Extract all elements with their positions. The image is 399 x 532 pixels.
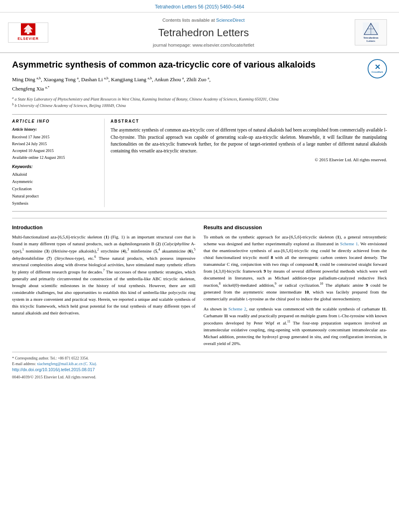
- email-label: E-mail address:: [12, 362, 36, 366]
- info-abstract-section: ARTICLE INFO Article history: Received 1…: [12, 114, 387, 211]
- body-columns: Introduction Multi-functionalized aza-[6…: [12, 224, 387, 347]
- crossmark-label: CrossMark: [372, 71, 383, 74]
- keyword-1: Alkaloid: [12, 172, 27, 177]
- introduction-text: Multi-functionalized aza-[6,5,6]-tricycl…: [12, 234, 195, 317]
- section-divider: [12, 218, 387, 218]
- results-paragraph2: As shown in Scheme 2, our synthesis was …: [204, 306, 387, 347]
- tl-logo-area: TetrahedronLetters: [355, 19, 391, 45]
- svg-rect-2: [27, 33, 29, 34]
- sciencedirect-link[interactable]: ScienceDirect: [216, 18, 245, 23]
- keyword-3: Cyclization: [12, 187, 31, 191]
- accepted-date: Accepted 10 August 2015: [12, 148, 54, 153]
- title-area: Asymmetric synthesis of common aza-tricy…: [12, 59, 387, 71]
- available-date: Available online 12 August 2015: [12, 155, 65, 160]
- history-label: Article history:: [12, 127, 98, 132]
- elsevier-icon: [21, 23, 35, 35]
- journal-header: ELSEVIER Contents lists available at Sci…: [0, 12, 399, 53]
- elsevier-tree-icon: [21, 24, 35, 35]
- abstract-header: ABSTRACT: [111, 119, 387, 124]
- results-paragraph1: To embark on the synthetic approach for …: [204, 234, 387, 302]
- journal-ref: Tetrahedron Letters 56 (2015) 5460–5464: [155, 4, 244, 10]
- article-info: ARTICLE INFO Article history: Received 1…: [12, 119, 105, 207]
- copyright-line: © 2015 Elsevier Ltd. All rights reserved…: [111, 157, 387, 163]
- footer-area: * Corresponding author. Tel.: +86 871 65…: [12, 352, 387, 380]
- top-bar: Tetrahedron Letters 56 (2015) 5460–5464: [0, 0, 399, 12]
- keywords-section: Keywords: Alkaloid Asymmetric Cyclizatio…: [12, 164, 98, 207]
- results-title: Results and discussion: [204, 224, 387, 231]
- journal-homepage: journal homepage: www.elsevier.com/locat…: [52, 42, 355, 48]
- affiliations: a a State Key Laboratory of Phytochemist…: [12, 96, 387, 109]
- revised-date: Revised 24 July 2015: [12, 142, 47, 146]
- journal-center-info: Contents lists available at ScienceDirec…: [52, 16, 355, 48]
- tl-logo: TetrahedronLetters: [355, 19, 387, 45]
- elsevier-logo: ELSEVIER: [8, 23, 48, 43]
- keyword-2: Asymmetric: [12, 179, 33, 184]
- tl-logo-text: TetrahedronLetters: [363, 36, 378, 43]
- keywords-list: Alkaloid Asymmetric Cyclization Natural …: [12, 171, 98, 207]
- introduction-title: Introduction: [12, 224, 195, 231]
- homepage-label: journal homepage: www.elsevier.com/locat…: [153, 43, 254, 47]
- doi-link[interactable]: http://dx.doi.org/10.1016/j.tetlet.2015.…: [12, 367, 387, 373]
- results-column: Results and discussion To embark on the …: [204, 224, 387, 347]
- affiliation-a: a State Key Laboratory of Phytochemistry…: [15, 97, 279, 101]
- abstract-text: The asymmetric synthesis of common aza-t…: [111, 127, 387, 154]
- email-address: xiachengfeng@mail.kib.ac.cn (C. Xia).: [37, 362, 97, 366]
- article-info-header: ARTICLE INFO: [12, 119, 98, 124]
- history-subsection: Article history: Received 17 June 2015 R…: [12, 127, 98, 161]
- main-content: Asymmetric synthesis of common aza-tricy…: [0, 53, 399, 388]
- email-note: E-mail address: xiachengfeng@mail.kib.ac…: [12, 361, 387, 367]
- elsevier-text: ELSEVIER: [18, 36, 39, 41]
- contents-text: Contents lists available at: [162, 18, 215, 23]
- keyword-4: Natural product: [12, 194, 39, 198]
- crossmark-icon: ✕: [374, 64, 380, 71]
- page: Tetrahedron Letters 56 (2015) 5460–5464 …: [0, 0, 399, 532]
- elsevier-logo-area: ELSEVIER: [8, 23, 52, 43]
- footer-copyright: 0040-4039/© 2015 Elsevier Ltd. All right…: [12, 374, 387, 380]
- article-title: Asymmetric synthesis of common aza-tricy…: [12, 59, 363, 71]
- introduction-column: Introduction Multi-functionalized aza-[6…: [12, 224, 195, 347]
- corresponding-label: * Corresponding author. Tel.: +86 871 65…: [12, 356, 88, 360]
- keywords-label: Keywords:: [12, 164, 98, 170]
- corresponding-author-note: * Corresponding author. Tel.: +86 871 65…: [12, 355, 387, 361]
- contents-label: Contents lists available at ScienceDirec…: [52, 16, 355, 24]
- authors-line: Ming Ding a,b, Xiaogang Tong a, Dashan L…: [12, 75, 387, 93]
- keyword-5: Synthesis: [12, 201, 28, 205]
- article-dates: Received 17 June 2015 Revised 24 July 20…: [12, 134, 98, 161]
- journal-title: Tetrahedron Letters: [52, 25, 355, 40]
- received-date: Received 17 June 2015: [12, 135, 49, 139]
- abstract-section: ABSTRACT The asymmetric synthesis of com…: [105, 119, 387, 207]
- affiliation-b: b University of Chinese Academy of Scien…: [15, 103, 126, 108]
- crossmark-badge[interactable]: ✕ CrossMark: [368, 59, 387, 78]
- tl-logo-shape: [363, 22, 379, 36]
